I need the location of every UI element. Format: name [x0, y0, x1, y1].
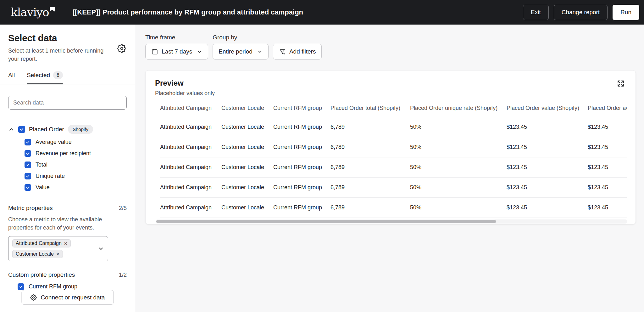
topbar: klaviyo [[KEEP]] Product performance by …	[0, 0, 644, 25]
time-frame-value: Last 7 days	[162, 48, 192, 55]
custom-profile-label: Custom profile properties	[8, 271, 75, 278]
add-filters-button[interactable]: Add filters	[273, 44, 322, 60]
settings-gear-icon[interactable]	[117, 44, 126, 53]
table-cell: Attributed Campaign	[160, 198, 221, 218]
column-header: Placed Order value (Shopify)	[507, 105, 588, 117]
custom-profile-count: 1/2	[119, 272, 127, 278]
preview-card: Preview Placeholder values only Attribut…	[145, 70, 636, 224]
horizontal-scrollbar[interactable]	[156, 219, 627, 224]
table-cell: 50%	[410, 178, 507, 198]
table-cell: $123.45	[507, 117, 588, 137]
table-cell: $123.45	[588, 198, 627, 218]
metric-child-label: Unique rate	[36, 173, 65, 179]
column-header: Current RFM group	[273, 105, 330, 117]
preview-title: Preview	[155, 79, 215, 88]
value-checkbox[interactable]	[25, 184, 31, 191]
connect-button-label: Connect or request data	[41, 294, 105, 301]
tab-selected[interactable]: Selected 8	[27, 71, 63, 84]
run-button[interactable]: Run	[613, 5, 639, 20]
current-rfm-group-checkbox[interactable]	[18, 283, 24, 290]
metric-child-row: Average value	[25, 139, 127, 145]
metric-child-label: Value	[36, 184, 50, 191]
metric-child-row: Revenue per recipient	[25, 150, 127, 157]
metric-child-label: Total	[36, 162, 47, 168]
table-cell: 6,789	[330, 137, 410, 157]
selected-count-badge: 8	[53, 71, 63, 79]
column-header: Placed Order unique rate (Shopify)	[410, 105, 507, 117]
metric-properties-header: Metric properties 2/5	[8, 205, 127, 212]
select-data-panel: Select data Select at least 1 metric bef…	[0, 25, 135, 312]
remove-tag-icon[interactable]: ×	[56, 252, 59, 257]
time-frame-dropdown[interactable]: Last 7 days	[145, 44, 208, 60]
table-cell: Customer Locale	[221, 178, 273, 198]
calendar-icon	[151, 48, 158, 55]
time-frame-label: Time frame	[145, 34, 208, 41]
change-report-button[interactable]: Change report	[554, 5, 608, 20]
group-by-dropdown[interactable]: Entire period	[213, 44, 269, 60]
table-row: Attributed CampaignCustomer LocaleCurren…	[160, 178, 627, 198]
connect-or-request-data-button[interactable]: Connect or request data	[21, 290, 114, 305]
klaviyo-logo[interactable]: klaviyo	[11, 7, 55, 18]
table-cell: Current RFM group	[273, 137, 330, 157]
table-cell: $123.45	[507, 157, 588, 178]
metric-child-row: Unique rate	[25, 173, 127, 179]
add-filters-label: Add filters	[289, 48, 316, 55]
report-builder-main: Time frame Last 7 days Group by Entire p…	[135, 25, 644, 312]
unique-rate-checkbox[interactable]	[25, 173, 31, 179]
preview-table: Attributed Campaign Customer Locale Curr…	[160, 105, 627, 218]
metric-child-row: Total	[25, 162, 127, 168]
column-header: Customer Locale	[221, 105, 273, 117]
chevron-down-icon	[257, 49, 263, 54]
preview-subtitle: Placeholder values only	[155, 90, 215, 97]
tag-label: Attributed Campaign	[16, 241, 62, 246]
tab-all[interactable]: All	[8, 71, 15, 84]
column-header: Attributed Campaign	[160, 105, 221, 117]
table-row: Attributed CampaignCustomer LocaleCurren…	[160, 157, 627, 178]
metric-properties-label: Metric properties	[8, 205, 53, 212]
table-cell: Customer Locale	[221, 157, 273, 178]
tag-label: Customer Locale	[16, 251, 54, 257]
metric-child-label: Average value	[36, 139, 72, 145]
table-cell: Current RFM group	[273, 117, 330, 137]
scrollbar-thumb[interactable]	[156, 220, 496, 223]
collapse-chevron-up-icon[interactable]	[8, 126, 14, 133]
klaviyo-logo-text: klaviyo	[11, 7, 49, 18]
filter-plus-icon	[279, 48, 286, 55]
preview-table-body: Attributed CampaignCustomer LocaleCurren…	[160, 117, 627, 218]
table-row: Attributed CampaignCustomer LocaleCurren…	[160, 137, 627, 157]
average-value-checkbox[interactable]	[25, 139, 31, 145]
chevron-down-icon	[197, 49, 202, 54]
metric-properties-select[interactable]: Attributed Campaign × Customer Locale ×	[8, 236, 108, 261]
custom-profile-row: Current RFM group	[18, 283, 127, 290]
total-checkbox[interactable]	[25, 162, 31, 168]
table-cell: Current RFM group	[273, 198, 330, 218]
preview-table-wrap: Attributed Campaign Customer Locale Curr…	[160, 105, 627, 218]
report-title: [[KEEP]] Product performance by RFM grou…	[73, 8, 523, 16]
table-cell: Customer Locale	[221, 117, 273, 137]
table-cell: 6,789	[330, 198, 410, 218]
group-by-label: Group by	[213, 34, 269, 41]
table-cell: $123.45	[507, 178, 588, 198]
expand-icon[interactable]	[617, 79, 626, 88]
exit-button[interactable]: Exit	[523, 5, 549, 20]
table-cell: 6,789	[330, 117, 410, 137]
remove-tag-icon[interactable]: ×	[64, 241, 67, 246]
gear-icon	[30, 294, 37, 301]
table-cell: 50%	[410, 117, 507, 137]
group-by-value: Entire period	[219, 48, 253, 55]
tag-customer-locale: Customer Locale ×	[12, 250, 63, 258]
table-cell: Attributed Campaign	[160, 157, 221, 178]
search-input[interactable]	[8, 96, 127, 110]
table-cell: 50%	[410, 137, 507, 157]
table-header-row: Attributed Campaign Customer Locale Curr…	[160, 105, 627, 117]
table-cell: Current RFM group	[273, 157, 330, 178]
placed-order-checkbox[interactable]	[18, 126, 25, 133]
table-cell: $123.45	[588, 117, 627, 137]
table-cell: Attributed Campaign	[160, 117, 221, 137]
table-cell: $123.45	[588, 178, 627, 198]
source-badge: Shopify	[68, 125, 93, 134]
chevron-down-icon[interactable]	[98, 246, 104, 252]
revenue-per-recipient-checkbox[interactable]	[25, 150, 31, 157]
tab-selected-label: Selected	[27, 72, 50, 79]
data-tabs: All Selected 8	[8, 71, 127, 84]
